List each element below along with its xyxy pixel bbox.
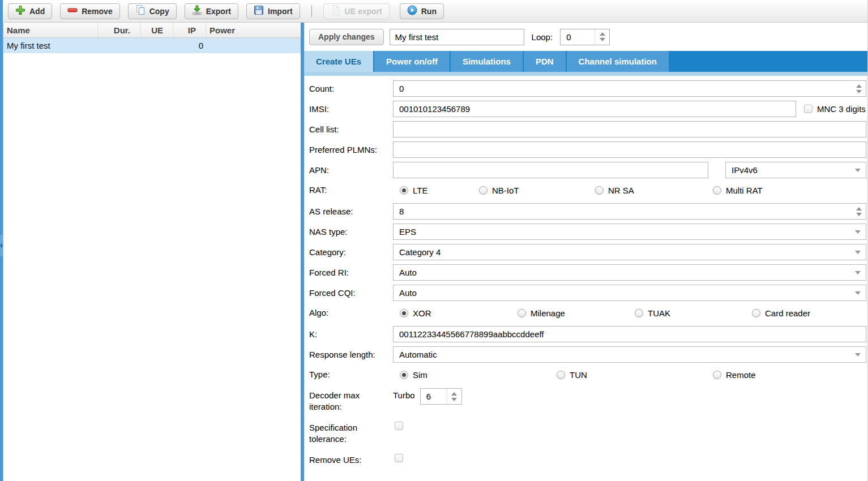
algo-option-milenage[interactable]: Milenage	[518, 308, 635, 318]
specification-tolerance-row: Specification tolerance:	[309, 420, 866, 445]
add-button[interactable]: Add	[8, 3, 52, 19]
spinner-up-icon[interactable]	[856, 84, 862, 88]
rat-option-nb-iot[interactable]: NB-IoT	[479, 186, 595, 195]
radio-icon[interactable]	[557, 371, 565, 379]
forced-cqi-label: Forced CQI:	[309, 287, 393, 299]
column-header-name[interactable]: Name	[3, 23, 98, 37]
nas-type-select[interactable]: EPS	[393, 224, 866, 240]
algo-option-card-reader-label: Card reader	[765, 308, 810, 318]
column-header-dur[interactable]: Dur.	[98, 23, 140, 37]
algo-option-xor[interactable]: XOR	[400, 308, 518, 318]
spinner-down-icon[interactable]	[856, 90, 862, 93]
response-length-label: Response length:	[309, 349, 393, 360]
as-release-label: AS release:	[309, 206, 393, 217]
radio-icon[interactable]	[479, 186, 488, 195]
loop-spinner-buttons[interactable]	[595, 29, 609, 45]
radio-icon[interactable]	[713, 371, 721, 379]
rat-option-lte[interactable]: LTE	[400, 186, 479, 195]
forced-cqi-row: Forced CQI: Auto	[309, 285, 866, 301]
rat-option-multi-rat[interactable]: Multi RAT	[713, 186, 763, 195]
type-option-tun[interactable]: TUN	[557, 370, 713, 380]
content-area: Name Dur. UE IP Power My first test 0	[3, 23, 867, 481]
export-button[interactable]: Export	[185, 3, 238, 19]
tab-create-ues[interactable]: Create UEs	[304, 51, 373, 72]
forced-cqi-select[interactable]: Auto	[393, 285, 866, 301]
radio-icon[interactable]	[518, 309, 526, 317]
cell-list-input[interactable]	[393, 121, 866, 138]
toolbar: Add Remove Copy Export Import UE expor	[3, 0, 867, 23]
remove-button[interactable]: Remove	[60, 3, 119, 19]
as-release-spinner-buttons[interactable]	[856, 207, 862, 216]
count-input[interactable]	[393, 80, 866, 97]
specification-tolerance-label: Specification tolerance:	[309, 420, 393, 445]
count-spinner-buttons[interactable]	[856, 84, 862, 93]
mnc-3-digits-checkbox[interactable]	[804, 105, 813, 113]
imsi-label: IMSI:	[309, 104, 393, 115]
count-label: Count:	[309, 83, 393, 95]
type-option-sim[interactable]: Sim	[400, 370, 557, 380]
algo-row: Algo: XOR Milenage	[309, 307, 866, 319]
as-release-input[interactable]	[393, 203, 866, 220]
spinner-down-icon[interactable]	[451, 398, 457, 401]
ue-export-button[interactable]: UE export	[323, 3, 390, 19]
radio-selected-icon[interactable]	[400, 371, 408, 379]
remove-ues-checkbox[interactable]	[395, 454, 403, 462]
tab-channel-simulation[interactable]: Channel simulation	[567, 51, 669, 72]
spinner-down-icon[interactable]	[856, 213, 862, 216]
run-button[interactable]: Run	[400, 3, 444, 19]
category-select[interactable]: Category 4	[393, 244, 866, 260]
algo-option-xor-label: XOR	[413, 308, 431, 318]
apply-changes-button[interactable]: Apply changes	[309, 29, 384, 45]
radio-icon[interactable]	[595, 186, 604, 195]
imsi-row: IMSI: MNC 3 digits	[309, 101, 866, 117]
spinner-up-icon[interactable]	[856, 207, 862, 211]
k-row: K:	[309, 326, 866, 342]
ip-version-select[interactable]: IPv4v6	[725, 162, 866, 178]
radio-icon[interactable]	[635, 309, 643, 317]
radio-selected-icon[interactable]	[400, 309, 408, 317]
decoder-max-iteration-row: Decoder max iteration: Turbo 6	[309, 388, 866, 413]
spinner-down-icon[interactable]	[600, 38, 605, 41]
column-header-ip[interactable]: IP	[173, 23, 206, 37]
algo-option-card-reader[interactable]: Card reader	[752, 308, 810, 318]
left-collapse-splitter[interactable]	[0, 0, 3, 481]
add-button-label: Add	[29, 7, 45, 16]
editor-header: Apply changes Loop: 0	[304, 23, 867, 51]
import-button-label: Import	[268, 7, 293, 16]
forced-ri-select[interactable]: Auto	[393, 264, 866, 281]
nas-type-value: EPS	[399, 227, 416, 237]
preferred-plmns-input[interactable]	[393, 141, 866, 158]
tab-simulations[interactable]: Simulations	[451, 51, 523, 72]
tab-power-on-off[interactable]: Power on/off	[374, 51, 450, 72]
rat-option-nr-sa[interactable]: NR SA	[595, 186, 713, 195]
type-option-remote[interactable]: Remote	[713, 370, 756, 380]
copy-button[interactable]: Copy	[128, 3, 177, 19]
table-row[interactable]: My first test 0	[3, 38, 301, 53]
test-name-input[interactable]	[390, 29, 524, 45]
imsi-input[interactable]	[393, 101, 796, 117]
ue-export-button-label: UE export	[345, 7, 382, 16]
turbo-iteration-stepper[interactable]: 6	[420, 388, 462, 405]
algo-label: Algo:	[309, 307, 393, 319]
chevron-down-icon	[855, 353, 861, 357]
response-length-value: Automatic	[399, 350, 437, 359]
radio-selected-icon[interactable]	[400, 186, 408, 195]
tab-pdn[interactable]: PDN	[524, 51, 566, 72]
column-header-ue[interactable]: UE	[140, 23, 173, 37]
response-length-select[interactable]: Automatic	[393, 346, 866, 363]
chevron-down-icon	[855, 291, 861, 295]
k-input[interactable]	[393, 326, 866, 342]
import-button[interactable]: Import	[246, 3, 300, 19]
radio-icon[interactable]	[713, 186, 721, 195]
collapse-arrow-icon[interactable]	[0, 235, 3, 256]
algo-option-tuak[interactable]: TUAK	[635, 308, 752, 318]
radio-icon[interactable]	[752, 309, 760, 317]
as-release-stepper	[393, 203, 866, 220]
apn-input[interactable]	[393, 162, 708, 178]
specification-tolerance-checkbox[interactable]	[395, 422, 403, 430]
spinner-up-icon[interactable]	[451, 392, 457, 396]
column-header-power[interactable]: Power	[206, 23, 301, 37]
loop-stepper[interactable]: 0	[560, 29, 610, 45]
turbo-spinner-buttons[interactable]	[447, 389, 461, 404]
spinner-up-icon[interactable]	[600, 32, 605, 36]
